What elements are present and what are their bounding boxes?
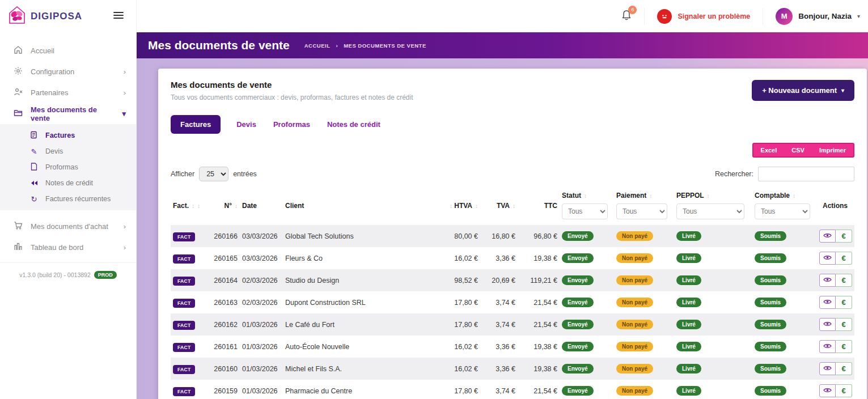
statut-filter-select[interactable]: Tous (562, 203, 608, 219)
col-header-paiement[interactable]: Paiement↕ Tous (614, 189, 674, 225)
col-header-date[interactable]: Date (240, 189, 283, 225)
view-document-button[interactable] (819, 340, 836, 353)
sidebar-subitem-proformas[interactable]: Proformas (0, 159, 136, 175)
eye-icon (823, 387, 832, 395)
col-header-client[interactable]: Client (283, 189, 431, 225)
payment-button[interactable]: € (836, 230, 852, 243)
client-cell: Fleurs & Co (283, 247, 431, 269)
payment-button[interactable]: € (836, 384, 852, 397)
view-document-button[interactable] (819, 252, 836, 265)
sidebar-subitem-factures[interactable]: Factures (0, 128, 136, 143)
brand-logo[interactable]: DIGIPOSA (6, 4, 82, 29)
col-header-ttc[interactable]: TTC (518, 189, 560, 225)
doc-type-cell: FACT (171, 358, 204, 380)
col-header-tva[interactable]: TVA↕ (480, 189, 518, 225)
ttc-cell: 19,38 € (518, 358, 560, 380)
col-header-peppol[interactable]: PEPPOL↕ Tous (674, 189, 752, 225)
table-row[interactable]: FACT 260166 03/03/2026 Global Tech Solut… (171, 225, 854, 247)
doc-number-cell: 260165 (204, 247, 240, 269)
tva-cell: 3,36 € (480, 336, 518, 358)
paiement-filter-select[interactable]: Tous (616, 203, 667, 219)
main-area: 6 Signaler un problème M Bonjour, Nazia … (137, 0, 868, 399)
table-row[interactable]: FACT 260160 01/03/2026 Michel et Fils S.… (171, 358, 854, 380)
sort-icon[interactable]: ↕ (192, 203, 194, 209)
htva-cell: 80,00 € (431, 225, 480, 247)
view-document-button[interactable] (819, 362, 836, 375)
sidebar-item-label: Configuration (31, 67, 116, 76)
new-document-button[interactable]: + Nouveau document ▾ (752, 80, 854, 101)
sidebar-subitem-notes-de-credit[interactable]: Notes de crédit (0, 175, 136, 191)
doc-number-cell: 260164 (204, 269, 240, 291)
sort-icon[interactable]: ↕ (793, 193, 795, 199)
sidebar-subitem-devis[interactable]: ✎ Devis (0, 143, 136, 159)
export-csv-button[interactable]: CSV (784, 144, 812, 156)
view-document-button[interactable] (819, 318, 836, 331)
col-header-num[interactable]: N°↕ (204, 189, 240, 225)
sort-icon[interactable]: ↕ (475, 203, 478, 209)
table-body: FACT 260166 03/03/2026 Global Tech Solut… (171, 225, 854, 399)
user-menu[interactable]: M Bonjour, Nazia ▾ (763, 8, 868, 25)
sort-icon[interactable]: ↕ (235, 203, 238, 209)
tab-devis[interactable]: Devis (235, 115, 257, 134)
table-row[interactable]: FACT 260159 01/03/2026 Pharmacie du Cent… (171, 380, 854, 399)
sidebar-item-partenaires[interactable]: Partenaires › (0, 82, 136, 103)
hamburger-menu-icon[interactable] (113, 11, 124, 22)
bell-icon[interactable]: 6 (621, 10, 632, 23)
paiement-badge: Non payé (616, 253, 653, 263)
table-row[interactable]: FACT 260163 02/03/2026 Dupont Constructi… (171, 291, 854, 313)
report-problem[interactable]: Signaler un problème (644, 8, 763, 25)
view-document-button[interactable] (819, 296, 836, 309)
page-size-select[interactable]: 25 (199, 167, 228, 181)
table-row[interactable]: FACT 260164 02/03/2026 Studio du Design … (171, 269, 854, 291)
sort-icon[interactable]: ↕ (197, 203, 200, 209)
sidebar-subitem-factures-recurrentes[interactable]: ↻ Factures récurrentes (0, 191, 136, 207)
sort-icon[interactable]: ↕ (450, 203, 452, 209)
client-cell: Auto-École Nouvelle (283, 336, 431, 358)
search-input[interactable] (758, 167, 854, 181)
payment-button[interactable]: € (836, 296, 852, 309)
entries-label: entrées (233, 170, 257, 178)
print-button[interactable]: Imprimer (812, 144, 853, 156)
export-excel-button[interactable]: Excel (753, 144, 785, 156)
col-header-actions: Actions (817, 189, 854, 225)
payment-button[interactable]: € (836, 274, 852, 287)
payment-button[interactable]: € (836, 362, 852, 375)
comptable-filter-select[interactable]: Tous (755, 203, 810, 219)
sort-icon[interactable]: ↕ (513, 203, 515, 209)
view-document-button[interactable] (819, 274, 836, 287)
table-row[interactable]: FACT 260161 01/03/2026 Auto-École Nouvel… (171, 336, 854, 358)
payment-button[interactable]: € (836, 318, 852, 331)
sidebar-subitem-label: Notes de crédit (45, 179, 93, 187)
doc-number-cell: 260162 (204, 313, 240, 336)
sort-icon[interactable]: ↕ (707, 193, 710, 199)
col-header-comptable[interactable]: Comptable↕ Tous (752, 189, 817, 225)
table-row[interactable]: FACT 260165 03/03/2026 Fleurs & Co 16,02… (171, 247, 854, 269)
view-document-button[interactable] (819, 384, 836, 397)
col-header-htva[interactable]: ↕ HTVA↕ (431, 189, 480, 225)
tab-notes-de-credit[interactable]: Notes de crédit (326, 115, 382, 134)
view-document-button[interactable] (819, 230, 836, 243)
ttc-cell: 21,54 € (518, 313, 560, 336)
ttc-cell: 21,54 € (518, 380, 560, 399)
payment-button[interactable]: € (836, 252, 852, 265)
sort-icon[interactable]: ↕ (649, 193, 652, 199)
sidebar-item-configuration[interactable]: Configuration › (0, 61, 136, 82)
report-problem-label: Signaler un problème (678, 12, 750, 20)
sidebar-item-accueil[interactable]: Accueil (0, 40, 136, 61)
breadcrumb-separator-icon: › (336, 43, 338, 49)
col-header-fact[interactable]: Fact.↕↕ (171, 189, 204, 225)
tab-proformas[interactable]: Proformas (272, 115, 311, 134)
sidebar-item-mes-documents-achat[interactable]: Mes documents d'achat › (0, 216, 136, 237)
comptable-badge: Soumis (755, 298, 786, 307)
peppol-filter-select[interactable]: Tous (676, 203, 744, 219)
col-header-statut[interactable]: Statut↕ Tous (560, 189, 614, 225)
table-row[interactable]: FACT 260162 01/03/2026 Le Café du Fort 1… (171, 313, 854, 336)
sort-icon[interactable]: ↕ (584, 193, 587, 199)
breadcrumb-home[interactable]: ACCUEIL (304, 43, 331, 49)
eye-icon (823, 365, 832, 373)
eye-icon (823, 321, 832, 329)
tab-factures[interactable]: Factures (171, 115, 221, 134)
payment-button[interactable]: € (836, 340, 852, 353)
sidebar-item-mes-documents-de-vente[interactable]: Mes documents de vente ▾ (0, 103, 136, 124)
sidebar-item-tableau-de-bord[interactable]: Tableau de bord › (0, 237, 136, 258)
